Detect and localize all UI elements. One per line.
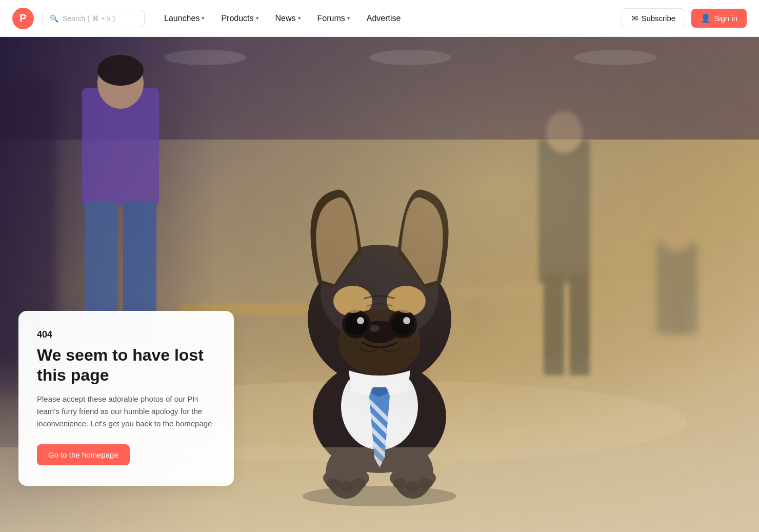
chevron-down-icon: ▾ (256, 15, 259, 22)
nav-links: Launches ▾ Products ▾ News ▾ Forums ▾ Ad… (157, 10, 617, 27)
search-placeholder: Search ( ⌘ + k ) (63, 14, 115, 23)
person-icon: 👤 (701, 13, 711, 23)
subscribe-icon: ✉ (631, 13, 638, 23)
nav-item-launches[interactable]: Launches ▾ (157, 10, 212, 27)
nav-item-products[interactable]: Products ▾ (214, 10, 266, 27)
signin-button[interactable]: 👤 Sign in (691, 9, 747, 28)
search-icon: 🔍 (50, 14, 58, 23)
search-box[interactable]: 🔍 Search ( ⌘ + k ) (42, 10, 145, 27)
error-description: Please accept these adorable photos of o… (37, 393, 215, 430)
chevron-down-icon: ▾ (202, 15, 205, 22)
error-code: 404 (37, 329, 215, 340)
error-card: 404 We seem to have lost this page Pleas… (18, 311, 234, 486)
subscribe-button[interactable]: ✉ Subscribe (622, 8, 685, 28)
nav-item-forums[interactable]: Forums ▾ (310, 10, 357, 27)
site-logo[interactable]: P (12, 8, 34, 29)
go-to-homepage-button[interactable]: Go to the homepage (37, 444, 130, 465)
chevron-down-icon: ▾ (347, 15, 350, 22)
navbar: P 🔍 Search ( ⌘ + k ) Launches ▾ Products… (0, 0, 759, 37)
nav-item-advertise[interactable]: Advertise (359, 10, 408, 27)
nav-item-news[interactable]: News ▾ (268, 10, 308, 27)
chevron-down-icon: ▾ (298, 15, 301, 22)
error-title: We seem to have lost this page (37, 345, 215, 385)
nav-right-actions: ✉ Subscribe 👤 Sign in (622, 8, 747, 28)
